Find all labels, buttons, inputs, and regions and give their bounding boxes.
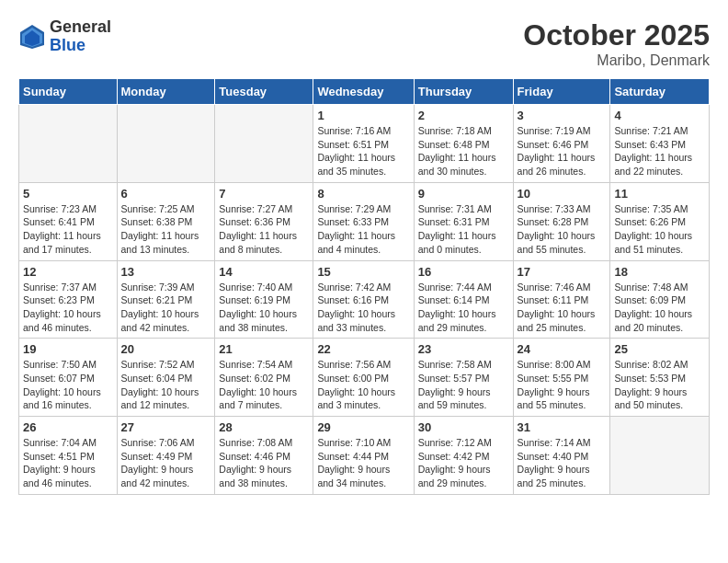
- calendar-cell: 17Sunrise: 7:46 AMSunset: 6:11 PMDayligh…: [513, 260, 610, 339]
- calendar-cell: 6Sunrise: 7:25 AMSunset: 6:38 PMDaylight…: [117, 182, 215, 260]
- day-info: Sunrise: 7:12 AMSunset: 4:42 PMDaylight:…: [418, 436, 509, 490]
- calendar-cell: 24Sunrise: 8:00 AMSunset: 5:55 PMDayligh…: [513, 339, 610, 417]
- calendar-cell: 30Sunrise: 7:12 AMSunset: 4:42 PMDayligh…: [414, 417, 513, 495]
- week-row-1: 1Sunrise: 7:16 AMSunset: 6:51 PMDaylight…: [19, 105, 710, 183]
- calendar-cell: 4Sunrise: 7:21 AMSunset: 6:43 PMDaylight…: [610, 105, 710, 183]
- day-info: Sunrise: 7:29 AMSunset: 6:33 PMDaylight:…: [317, 202, 409, 257]
- day-header-thursday: Thursday: [414, 79, 513, 105]
- day-info: Sunrise: 7:48 AMSunset: 6:09 PMDaylight:…: [614, 281, 705, 335]
- day-number: 20: [121, 342, 211, 356]
- day-info: Sunrise: 7:31 AMSunset: 6:31 PMDaylight:…: [418, 202, 509, 257]
- day-info: Sunrise: 7:16 AMSunset: 6:51 PMDaylight:…: [317, 124, 409, 178]
- calendar-cell: 14Sunrise: 7:40 AMSunset: 6:19 PMDayligh…: [215, 260, 313, 339]
- title-block: October 2025 Maribo, Denmark: [523, 18, 710, 69]
- logo-text: General Blue: [50, 18, 111, 55]
- day-info: Sunrise: 7:56 AMSunset: 6:00 PMDaylight:…: [317, 358, 409, 412]
- day-info: Sunrise: 7:08 AMSunset: 4:46 PMDaylight:…: [219, 436, 309, 490]
- calendar-cell: [117, 105, 215, 183]
- day-info: Sunrise: 8:02 AMSunset: 5:53 PMDaylight:…: [614, 358, 705, 412]
- calendar-cell: 19Sunrise: 7:50 AMSunset: 6:07 PMDayligh…: [19, 339, 118, 417]
- calendar-cell: 31Sunrise: 7:14 AMSunset: 4:40 PMDayligh…: [513, 417, 610, 495]
- day-header-friday: Friday: [513, 79, 610, 105]
- day-number: 27: [121, 420, 211, 434]
- day-number: 30: [418, 420, 509, 434]
- logo-general: General: [50, 18, 111, 37]
- calendar-cell: 29Sunrise: 7:10 AMSunset: 4:44 PMDayligh…: [313, 417, 414, 495]
- calendar-cell: 15Sunrise: 7:42 AMSunset: 6:16 PMDayligh…: [313, 260, 414, 339]
- calendar-cell: [19, 105, 118, 183]
- day-number: 6: [121, 187, 211, 201]
- calendar-cell: 28Sunrise: 7:08 AMSunset: 4:46 PMDayligh…: [215, 417, 313, 495]
- week-row-2: 5Sunrise: 7:23 AMSunset: 6:41 PMDaylight…: [19, 182, 710, 260]
- day-header-monday: Monday: [117, 79, 215, 105]
- day-number: 14: [219, 265, 309, 279]
- calendar-cell: [610, 417, 710, 495]
- day-info: Sunrise: 7:27 AMSunset: 6:36 PMDaylight:…: [219, 202, 309, 257]
- calendar-cell: 9Sunrise: 7:31 AMSunset: 6:31 PMDaylight…: [414, 182, 513, 260]
- day-header-sunday: Sunday: [19, 79, 118, 105]
- day-number: 24: [518, 342, 607, 356]
- calendar-cell: [215, 105, 313, 183]
- day-number: 29: [317, 420, 409, 434]
- calendar-cell: 26Sunrise: 7:04 AMSunset: 4:51 PMDayligh…: [19, 417, 118, 495]
- day-number: 22: [317, 342, 409, 356]
- calendar-cell: 16Sunrise: 7:44 AMSunset: 6:14 PMDayligh…: [414, 260, 513, 339]
- day-info: Sunrise: 8:00 AMSunset: 5:55 PMDaylight:…: [518, 358, 607, 412]
- day-info: Sunrise: 7:19 AMSunset: 6:46 PMDaylight:…: [518, 124, 607, 178]
- calendar-cell: 23Sunrise: 7:58 AMSunset: 5:57 PMDayligh…: [414, 339, 513, 417]
- day-header-saturday: Saturday: [610, 79, 710, 105]
- day-number: 1: [317, 109, 409, 122]
- logo-blue: Blue: [50, 37, 111, 55]
- day-number: 12: [23, 265, 113, 279]
- calendar-cell: 18Sunrise: 7:48 AMSunset: 6:09 PMDayligh…: [610, 260, 710, 339]
- day-number: 15: [317, 265, 409, 279]
- week-row-3: 12Sunrise: 7:37 AMSunset: 6:23 PMDayligh…: [19, 260, 710, 339]
- day-info: Sunrise: 7:39 AMSunset: 6:21 PMDaylight:…: [121, 281, 211, 335]
- day-number: 16: [418, 265, 509, 279]
- day-info: Sunrise: 7:42 AMSunset: 6:16 PMDaylight:…: [317, 281, 409, 335]
- calendar-cell: 2Sunrise: 7:18 AMSunset: 6:48 PMDaylight…: [414, 105, 513, 183]
- day-number: 26: [23, 420, 113, 434]
- day-info: Sunrise: 7:23 AMSunset: 6:41 PMDaylight:…: [23, 202, 113, 257]
- day-number: 4: [614, 109, 705, 122]
- logo-icon: [18, 23, 46, 51]
- calendar-cell: 21Sunrise: 7:54 AMSunset: 6:02 PMDayligh…: [215, 339, 313, 417]
- day-header-wednesday: Wednesday: [313, 79, 414, 105]
- day-number: 18: [614, 265, 705, 279]
- day-info: Sunrise: 7:52 AMSunset: 6:04 PMDaylight:…: [121, 358, 211, 412]
- header-row: SundayMondayTuesdayWednesdayThursdayFrid…: [19, 79, 710, 105]
- calendar-table: SundayMondayTuesdayWednesdayThursdayFrid…: [18, 78, 710, 495]
- calendar-cell: 22Sunrise: 7:56 AMSunset: 6:00 PMDayligh…: [313, 339, 414, 417]
- day-number: 13: [121, 265, 211, 279]
- day-info: Sunrise: 7:50 AMSunset: 6:07 PMDaylight:…: [23, 358, 113, 412]
- day-info: Sunrise: 7:04 AMSunset: 4:51 PMDaylight:…: [23, 436, 113, 490]
- week-row-5: 26Sunrise: 7:04 AMSunset: 4:51 PMDayligh…: [19, 417, 710, 495]
- day-number: 9: [418, 187, 509, 201]
- calendar-cell: 27Sunrise: 7:06 AMSunset: 4:49 PMDayligh…: [117, 417, 215, 495]
- calendar-cell: 3Sunrise: 7:19 AMSunset: 6:46 PMDaylight…: [513, 105, 610, 183]
- location: Maribo, Denmark: [523, 52, 710, 69]
- day-number: 3: [518, 109, 607, 122]
- calendar-cell: 25Sunrise: 8:02 AMSunset: 5:53 PMDayligh…: [610, 339, 710, 417]
- day-number: 23: [418, 342, 509, 356]
- day-number: 31: [518, 420, 607, 434]
- day-number: 21: [219, 342, 309, 356]
- week-row-4: 19Sunrise: 7:50 AMSunset: 6:07 PMDayligh…: [19, 339, 710, 417]
- day-number: 28: [219, 420, 309, 434]
- day-header-tuesday: Tuesday: [215, 79, 313, 105]
- calendar-cell: 7Sunrise: 7:27 AMSunset: 6:36 PMDaylight…: [215, 182, 313, 260]
- day-number: 2: [418, 109, 509, 122]
- day-info: Sunrise: 7:14 AMSunset: 4:40 PMDaylight:…: [518, 436, 607, 490]
- day-info: Sunrise: 7:37 AMSunset: 6:23 PMDaylight:…: [23, 281, 113, 335]
- day-info: Sunrise: 7:58 AMSunset: 5:57 PMDaylight:…: [418, 358, 509, 412]
- calendar-cell: 8Sunrise: 7:29 AMSunset: 6:33 PMDaylight…: [313, 182, 414, 260]
- day-number: 5: [23, 187, 113, 201]
- logo: General Blue: [18, 18, 111, 55]
- day-info: Sunrise: 7:21 AMSunset: 6:43 PMDaylight:…: [614, 124, 705, 178]
- day-info: Sunrise: 7:25 AMSunset: 6:38 PMDaylight:…: [121, 202, 211, 257]
- page-header: General Blue October 2025 Maribo, Denmar…: [18, 18, 710, 69]
- day-info: Sunrise: 7:06 AMSunset: 4:49 PMDaylight:…: [121, 436, 211, 490]
- day-info: Sunrise: 7:40 AMSunset: 6:19 PMDaylight:…: [219, 281, 309, 335]
- day-number: 8: [317, 187, 409, 201]
- day-number: 25: [614, 342, 705, 356]
